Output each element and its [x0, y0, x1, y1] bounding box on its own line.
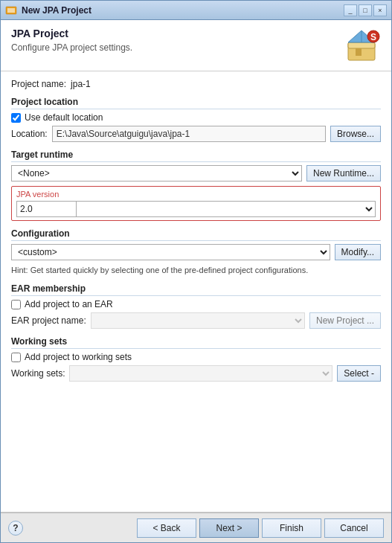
project-name-label: Project name: [11, 79, 66, 89]
svg-rect-3 [348, 42, 375, 48]
project-location-section: Project location [11, 97, 381, 109]
dialog-window: New JPA Project _ □ × JPA Project Config… [0, 0, 392, 543]
form-content: Project name: jpa-1 Project location Use… [1, 71, 391, 513]
modify-button[interactable]: Modify... [335, 244, 381, 260]
new-project-button[interactable]: New Project ... [309, 312, 381, 329]
window-icon [5, 4, 17, 16]
back-button[interactable]: < Back [137, 518, 196, 538]
svg-rect-6 [356, 48, 362, 56]
use-default-location-checkbox[interactable] [11, 113, 21, 123]
location-label: Location: [11, 129, 48, 139]
working-sets-row: Working sets: Select - [11, 365, 381, 382]
ear-project-name-select [91, 312, 305, 329]
maximize-button[interactable]: □ [359, 4, 372, 16]
svg-text:S: S [370, 32, 376, 42]
working-sets-section: Working sets [11, 336, 381, 349]
ear-project-name-label: EAR project name: [11, 315, 86, 326]
jpa-version-right-select[interactable] [76, 201, 376, 217]
add-to-working-sets-label[interactable]: Add project to working sets [25, 352, 132, 362]
footer-left: ? [8, 521, 23, 536]
dialog-subtitle: Configure JPA project settings. [11, 42, 132, 53]
target-runtime-select[interactable]: <None> [11, 165, 302, 181]
target-runtime-section: Target runtime [11, 150, 381, 162]
browse-button[interactable]: Browse... [330, 126, 381, 142]
ear-membership-section: EAR membership [11, 283, 381, 296]
location-input[interactable] [52, 126, 326, 142]
footer-buttons: < Back Next > Finish Cancel [137, 518, 384, 538]
cancel-button[interactable]: Cancel [324, 518, 384, 538]
window-title: New JPA Project [22, 5, 339, 16]
jpa-version-label: JPA version [16, 190, 376, 199]
working-sets-label: Working sets: [11, 368, 65, 379]
use-default-location-row: Use default location [11, 112, 381, 123]
next-button[interactable]: Next > [199, 518, 259, 538]
titlebar-buttons: _ □ × [344, 4, 387, 16]
dialog-title: JPA Project [11, 28, 132, 39]
add-to-ear-checkbox[interactable] [11, 300, 21, 309]
dialog-footer: ? < Back Next > Finish Cancel [1, 513, 391, 542]
use-default-location-label[interactable]: Use default location [25, 112, 103, 123]
add-to-working-sets-checkbox[interactable] [11, 353, 21, 362]
ear-project-name-row: EAR project name: New Project ... [11, 312, 381, 329]
new-runtime-button[interactable]: New Runtime... [306, 165, 381, 181]
jpa-version-box: JPA version [11, 186, 381, 221]
location-row: Location: Browse... [11, 126, 381, 142]
add-to-working-sets-row: Add project to working sets [11, 352, 381, 362]
jpa-header-icon: S [345, 28, 381, 63]
jpa-version-row [16, 201, 376, 217]
minimize-button[interactable]: _ [344, 4, 357, 16]
titlebar: New JPA Project _ □ × [1, 1, 391, 20]
working-sets-select [69, 365, 332, 382]
add-to-ear-label[interactable]: Add project to an EAR [25, 299, 113, 309]
finish-button[interactable]: Finish [262, 518, 321, 538]
project-name-row: Project name: jpa-1 [11, 79, 381, 89]
help-button[interactable]: ? [8, 521, 23, 536]
configuration-select[interactable]: <custom> [11, 244, 330, 260]
configuration-row: <custom> Modify... [11, 244, 381, 260]
close-button[interactable]: × [373, 4, 387, 16]
jpa-version-left-input[interactable] [16, 201, 76, 217]
select-button[interactable]: Select - [337, 365, 381, 382]
configuration-section: Configuration [11, 228, 381, 241]
dialog-header: JPA Project Configure JPA project settin… [1, 20, 391, 71]
hint-text: Hint: Get started quickly by selecting o… [11, 265, 381, 276]
target-runtime-row: <None> New Runtime... [11, 165, 381, 181]
add-to-ear-row: Add project to an EAR [11, 299, 381, 309]
project-name-value: jpa-1 [71, 79, 91, 89]
svg-rect-1 [7, 8, 15, 13]
